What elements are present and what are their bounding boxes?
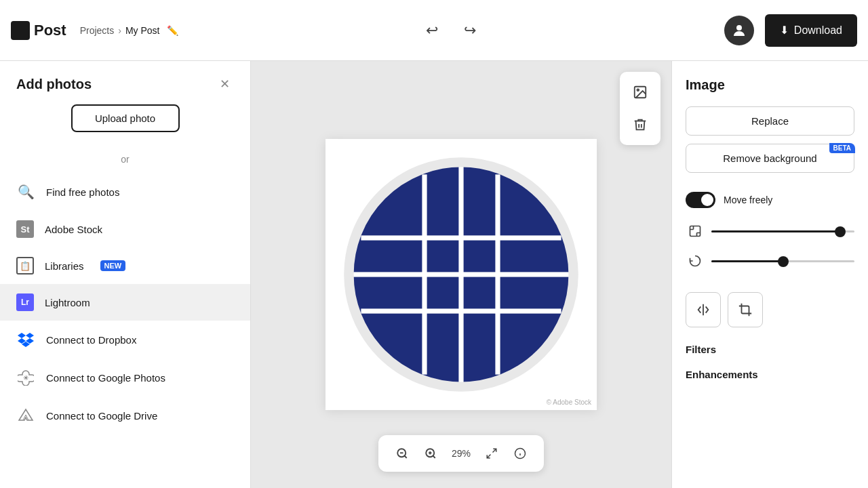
- close-sidebar-button[interactable]: ✕: [215, 75, 234, 94]
- sidebar-item-adobe-stock[interactable]: St Adobe Stock: [0, 211, 250, 247]
- upload-photo-button[interactable]: Upload photo: [71, 104, 180, 132]
- topbar-center: ↩ ↪: [178, 18, 724, 43]
- topbar-right: ⬇ Download: [724, 14, 857, 47]
- svg-line-22: [487, 455, 490, 458]
- lightroom-icon: Lr: [16, 293, 34, 311]
- canvas-tools: [620, 72, 660, 145]
- adobe-stock-icon: St: [16, 220, 34, 238]
- sidebar-title: Add photos: [16, 77, 92, 92]
- edit-title-icon[interactable]: ✏️: [167, 25, 178, 36]
- google-drive-icon: [16, 406, 35, 425]
- beta-badge: BETA: [829, 143, 855, 153]
- sidebar-item-google-photos[interactable]: ✳ Connect to Google Photos: [0, 359, 250, 396]
- move-freely-label: Move freely: [724, 195, 772, 205]
- sidebar-item-libraries[interactable]: 📋 Libraries NEW: [0, 247, 250, 284]
- right-panel: Image Replace Remove background BETA Mov…: [671, 61, 868, 488]
- main-layout: Add photos ✕ Upload photo or 🔍 Find free…: [0, 61, 868, 488]
- flip-horizontal-button[interactable]: [686, 292, 721, 327]
- panel-title: Image: [686, 77, 854, 93]
- download-button[interactable]: ⬇ Download: [765, 14, 857, 47]
- sidebar-scroll: 🔍 Find free photos St Adobe Stock 📋 Libr…: [0, 173, 250, 488]
- breadcrumb-projects[interactable]: Projects: [80, 25, 115, 36]
- rotate-slider[interactable]: [711, 260, 854, 262]
- avatar[interactable]: [724, 16, 754, 45]
- move-freely-row: Move freely: [686, 192, 854, 208]
- crop-button[interactable]: [728, 292, 763, 327]
- scale-thumb[interactable]: [835, 226, 846, 237]
- search-icon: 🔍: [16, 182, 35, 201]
- sidebar-header: Add photos ✕: [0, 61, 250, 104]
- svg-rect-9: [422, 174, 427, 374]
- svg-rect-26: [690, 226, 701, 237]
- sidebar-item-label: Lightroom: [45, 297, 90, 308]
- rotate-icon: [686, 251, 705, 270]
- svg-line-21: [493, 449, 496, 452]
- image-controls: [686, 292, 854, 327]
- replace-button[interactable]: Replace: [686, 106, 854, 136]
- svg-line-18: [433, 455, 435, 458]
- enhancements-section: Enhancements: [686, 369, 854, 380]
- download-icon: ⬇: [780, 24, 789, 37]
- left-sidebar: Add photos ✕ Upload photo or 🔍 Find free…: [0, 61, 251, 488]
- scale-slider-row: [686, 222, 854, 241]
- globe-image: [339, 152, 583, 396]
- new-badge: NEW: [100, 260, 126, 271]
- svg-point-3: [637, 89, 639, 91]
- libraries-icon: 📋: [16, 257, 34, 274]
- watermark: © Adobe Stock: [547, 399, 591, 406]
- info-button[interactable]: [507, 441, 533, 466]
- bottom-toolbar: 29%: [378, 435, 544, 472]
- filters-section: Filters: [686, 344, 854, 355]
- sidebar-item-lightroom[interactable]: Lr Lightroom: [0, 284, 250, 321]
- remove-bg-wrapper: Remove background BETA: [686, 144, 854, 173]
- svg-rect-10: [495, 174, 500, 374]
- undo-button[interactable]: ↩: [420, 18, 444, 43]
- delete-tool-button[interactable]: [625, 110, 655, 140]
- dropbox-icon: [16, 330, 35, 349]
- zoom-out-button[interactable]: [389, 441, 415, 466]
- filters-title[interactable]: Filters: [686, 344, 854, 355]
- download-label: Download: [794, 24, 842, 37]
- or-divider: or: [0, 154, 250, 165]
- svg-rect-8: [458, 162, 463, 386]
- breadcrumb: Projects › My Post ✏️: [80, 25, 178, 36]
- svg-point-0: [736, 25, 742, 30]
- toggle-knob: [701, 194, 713, 206]
- sidebar-item-find-free-photos[interactable]: 🔍 Find free photos: [0, 173, 250, 211]
- sidebar-item-label: Libraries: [45, 260, 84, 272]
- sidebar-item-label: Adobe Stock: [45, 224, 102, 235]
- image-canvas[interactable]: © Adobe Stock: [326, 139, 597, 410]
- breadcrumb-arrow: ›: [118, 25, 121, 36]
- sidebar-item-label: Connect to Dropbox: [46, 334, 136, 346]
- topbar: Post Projects › My Post ✏️ ↩ ↪ ⬇ Downloa…: [0, 0, 868, 61]
- scale-slider[interactable]: [711, 230, 854, 232]
- app-logo: Post: [11, 21, 66, 40]
- svg-text:✳: ✳: [23, 374, 28, 382]
- sidebar-item-google-drive[interactable]: Connect to Google Drive: [0, 396, 250, 434]
- scale-icon: [686, 222, 705, 241]
- logo-icon: [11, 21, 30, 40]
- move-freely-toggle[interactable]: [686, 192, 715, 208]
- sidebar-item-label: Connect to Google Photos: [46, 372, 165, 384]
- sidebar-item-label: Find free photos: [46, 186, 119, 198]
- zoom-in-button[interactable]: [418, 441, 443, 466]
- zoom-level: 29%: [446, 448, 476, 459]
- enhancements-title[interactable]: Enhancements: [686, 369, 854, 380]
- canvas-area: © Adobe Stock 29%: [251, 61, 671, 488]
- svg-line-15: [404, 455, 406, 458]
- image-tool-button[interactable]: [625, 77, 655, 107]
- logo-text: Post: [34, 22, 66, 39]
- sidebar-item-label: Connect to Google Drive: [46, 410, 157, 422]
- breadcrumb-current: My Post: [125, 25, 160, 36]
- rotate-thumb[interactable]: [778, 256, 789, 267]
- sidebar-item-dropbox[interactable]: Connect to Dropbox: [0, 321, 250, 359]
- fit-canvas-button[interactable]: [479, 441, 505, 466]
- rotate-slider-row: [686, 251, 854, 270]
- redo-button[interactable]: ↪: [458, 18, 482, 43]
- google-photos-icon: ✳: [16, 368, 35, 387]
